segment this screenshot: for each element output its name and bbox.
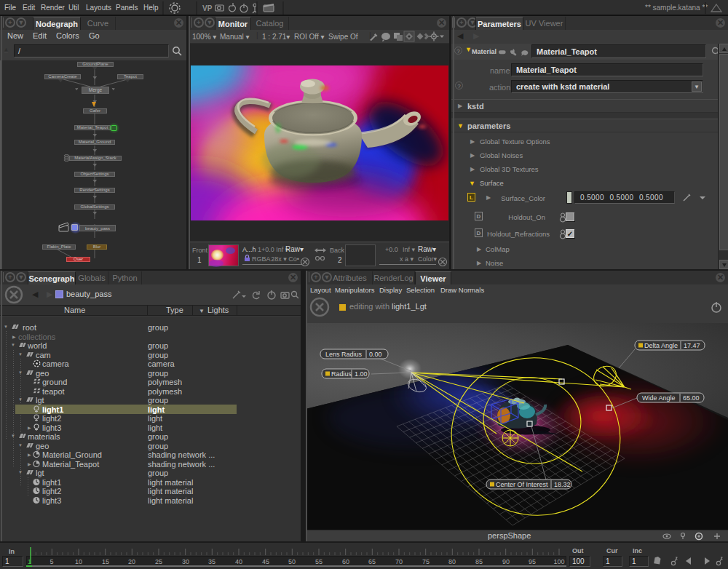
svg-text:18.32: 18.32 xyxy=(554,481,571,488)
svg-text:VP: VP xyxy=(202,4,213,12)
svg-text:17.47: 17.47 xyxy=(684,342,700,349)
svg-text:Wide Angle: Wide Angle xyxy=(642,394,676,402)
svg-text:65.00: 65.00 xyxy=(683,394,700,402)
svg-text:Lens Radius: Lens Radius xyxy=(325,351,363,358)
svg-text:Radius: Radius xyxy=(331,370,352,378)
svg-text:0.00: 0.00 xyxy=(369,351,382,358)
svg-text:Delta Angle: Delta Angle xyxy=(644,342,678,349)
svg-text:1.00: 1.00 xyxy=(355,370,368,378)
svg-text:Center Of Interest: Center Of Interest xyxy=(496,481,548,488)
